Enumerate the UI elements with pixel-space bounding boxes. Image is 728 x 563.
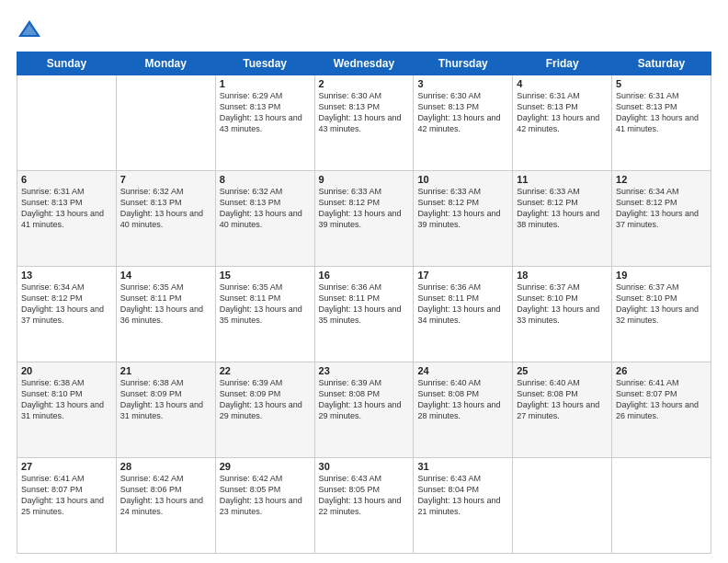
day-number: 31 [417,461,508,472]
page: SundayMondayTuesdayWednesdayThursdayFrid… [0,0,728,563]
day-number: 15 [220,270,311,281]
calendar-cell: 7Sunrise: 6:32 AM Sunset: 8:13 PM Daylig… [116,171,215,267]
calendar-cell: 4Sunrise: 6:31 AM Sunset: 8:13 PM Daylig… [513,75,612,171]
day-number: 23 [319,365,410,376]
day-info: Sunrise: 6:31 AM Sunset: 8:13 PM Dayligh… [21,186,112,231]
day-number: 17 [417,270,508,281]
day-number: 11 [517,174,608,185]
calendar-header-row: SundayMondayTuesdayWednesdayThursdayFrid… [17,52,711,75]
day-number: 26 [616,365,707,376]
day-number: 25 [517,365,608,376]
day-info: Sunrise: 6:34 AM Sunset: 8:12 PM Dayligh… [616,186,707,231]
calendar-week-row: 13Sunrise: 6:34 AM Sunset: 8:12 PM Dayli… [17,267,711,362]
day-number: 9 [319,174,410,185]
calendar-cell: 8Sunrise: 6:32 AM Sunset: 8:13 PM Daylig… [215,171,314,267]
calendar-cell: 18Sunrise: 6:37 AM Sunset: 8:10 PM Dayli… [513,267,612,362]
day-info: Sunrise: 6:42 AM Sunset: 8:05 PM Dayligh… [220,473,311,518]
calendar-cell: 19Sunrise: 6:37 AM Sunset: 8:10 PM Dayli… [612,267,711,362]
calendar-cell: 16Sunrise: 6:36 AM Sunset: 8:11 PM Dayli… [314,267,414,362]
calendar-cell [17,75,117,171]
day-info: Sunrise: 6:31 AM Sunset: 8:13 PM Dayligh… [517,90,608,135]
calendar-cell: 12Sunrise: 6:34 AM Sunset: 8:12 PM Dayli… [612,171,711,267]
calendar-week-row: 1Sunrise: 6:29 AM Sunset: 8:13 PM Daylig… [17,75,711,171]
calendar-day-header: Wednesday [314,52,414,75]
day-number: 8 [220,174,311,185]
calendar-cell: 23Sunrise: 6:39 AM Sunset: 8:08 PM Dayli… [314,362,414,458]
calendar-cell: 13Sunrise: 6:34 AM Sunset: 8:12 PM Dayli… [17,267,117,362]
day-number: 7 [120,174,211,185]
calendar-cell [612,458,711,554]
calendar-cell: 9Sunrise: 6:33 AM Sunset: 8:12 PM Daylig… [314,171,414,267]
day-number: 24 [417,365,508,376]
calendar-cell: 21Sunrise: 6:38 AM Sunset: 8:09 PM Dayli… [116,362,215,458]
logo-icon [17,17,42,42]
calendar-cell [513,458,612,554]
day-info: Sunrise: 6:38 AM Sunset: 8:09 PM Dayligh… [120,377,211,422]
day-info: Sunrise: 6:29 AM Sunset: 8:13 PM Dayligh… [220,90,311,135]
day-number: 22 [220,365,311,376]
day-number: 30 [319,461,410,472]
calendar-cell [116,75,215,171]
calendar-cell: 31Sunrise: 6:43 AM Sunset: 8:04 PM Dayli… [414,458,513,554]
day-info: Sunrise: 6:41 AM Sunset: 8:07 PM Dayligh… [21,473,112,518]
day-info: Sunrise: 6:36 AM Sunset: 8:11 PM Dayligh… [319,282,410,327]
calendar-cell: 11Sunrise: 6:33 AM Sunset: 8:12 PM Dayli… [513,171,612,267]
day-info: Sunrise: 6:33 AM Sunset: 8:12 PM Dayligh… [517,186,608,231]
calendar-day-header: Monday [116,52,215,75]
calendar-cell: 17Sunrise: 6:36 AM Sunset: 8:11 PM Dayli… [414,267,513,362]
day-info: Sunrise: 6:41 AM Sunset: 8:07 PM Dayligh… [616,377,707,422]
calendar-week-row: 6Sunrise: 6:31 AM Sunset: 8:13 PM Daylig… [17,171,711,267]
calendar-week-row: 20Sunrise: 6:38 AM Sunset: 8:10 PM Dayli… [17,362,711,458]
calendar-cell: 27Sunrise: 6:41 AM Sunset: 8:07 PM Dayli… [17,458,117,554]
day-info: Sunrise: 6:32 AM Sunset: 8:13 PM Dayligh… [120,186,211,231]
day-number: 29 [220,461,311,472]
calendar-day-header: Friday [513,52,612,75]
day-info: Sunrise: 6:30 AM Sunset: 8:13 PM Dayligh… [319,90,410,135]
day-info: Sunrise: 6:43 AM Sunset: 8:04 PM Dayligh… [417,473,508,518]
calendar-cell: 20Sunrise: 6:38 AM Sunset: 8:10 PM Dayli… [17,362,117,458]
day-number: 14 [120,270,211,281]
day-number: 18 [517,270,608,281]
calendar-cell: 6Sunrise: 6:31 AM Sunset: 8:13 PM Daylig… [17,171,117,267]
calendar-cell: 28Sunrise: 6:42 AM Sunset: 8:06 PM Dayli… [116,458,215,554]
day-number: 3 [417,78,508,89]
day-number: 12 [616,174,707,185]
day-number: 19 [616,270,707,281]
day-info: Sunrise: 6:37 AM Sunset: 8:10 PM Dayligh… [616,282,707,327]
day-info: Sunrise: 6:40 AM Sunset: 8:08 PM Dayligh… [417,377,508,422]
calendar-cell: 10Sunrise: 6:33 AM Sunset: 8:12 PM Dayli… [414,171,513,267]
calendar-cell: 30Sunrise: 6:43 AM Sunset: 8:05 PM Dayli… [314,458,414,554]
calendar-week-row: 27Sunrise: 6:41 AM Sunset: 8:07 PM Dayli… [17,458,711,554]
calendar-cell: 14Sunrise: 6:35 AM Sunset: 8:11 PM Dayli… [116,267,215,362]
day-number: 13 [21,270,112,281]
day-info: Sunrise: 6:30 AM Sunset: 8:13 PM Dayligh… [417,90,508,135]
day-info: Sunrise: 6:39 AM Sunset: 8:09 PM Dayligh… [220,377,311,422]
day-info: Sunrise: 6:35 AM Sunset: 8:11 PM Dayligh… [120,282,211,327]
day-number: 27 [21,461,112,472]
calendar-day-header: Saturday [612,52,711,75]
calendar-day-header: Thursday [414,52,513,75]
calendar-cell: 26Sunrise: 6:41 AM Sunset: 8:07 PM Dayli… [612,362,711,458]
day-info: Sunrise: 6:31 AM Sunset: 8:13 PM Dayligh… [616,90,707,135]
calendar-cell: 15Sunrise: 6:35 AM Sunset: 8:11 PM Dayli… [215,267,314,362]
day-info: Sunrise: 6:42 AM Sunset: 8:06 PM Dayligh… [120,473,211,518]
day-info: Sunrise: 6:37 AM Sunset: 8:10 PM Dayligh… [517,282,608,327]
day-number: 1 [220,78,311,89]
calendar-table: SundayMondayTuesdayWednesdayThursdayFrid… [17,52,711,554]
day-info: Sunrise: 6:34 AM Sunset: 8:12 PM Dayligh… [21,282,112,327]
day-number: 10 [417,174,508,185]
day-info: Sunrise: 6:32 AM Sunset: 8:13 PM Dayligh… [220,186,311,231]
logo [17,17,46,42]
day-number: 20 [21,365,112,376]
day-info: Sunrise: 6:43 AM Sunset: 8:05 PM Dayligh… [319,473,410,518]
calendar-cell: 5Sunrise: 6:31 AM Sunset: 8:13 PM Daylig… [612,75,711,171]
day-info: Sunrise: 6:36 AM Sunset: 8:11 PM Dayligh… [417,282,508,327]
day-number: 16 [319,270,410,281]
calendar-day-header: Tuesday [215,52,314,75]
calendar-cell: 25Sunrise: 6:40 AM Sunset: 8:08 PM Dayli… [513,362,612,458]
calendar-day-header: Sunday [17,52,117,75]
day-info: Sunrise: 6:39 AM Sunset: 8:08 PM Dayligh… [319,377,410,422]
day-info: Sunrise: 6:40 AM Sunset: 8:08 PM Dayligh… [517,377,608,422]
day-number: 4 [517,78,608,89]
day-number: 5 [616,78,707,89]
